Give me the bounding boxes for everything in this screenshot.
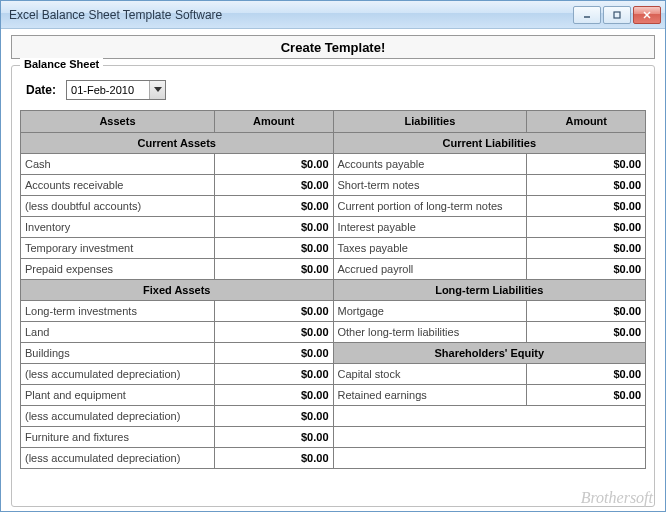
table-row: Cash$0.00 bbox=[21, 153, 333, 174]
row-amount: $0.00 bbox=[527, 153, 646, 174]
row-name: Taxes payable bbox=[334, 237, 527, 258]
row-amount: $0.00 bbox=[214, 321, 333, 342]
column-header: Assets bbox=[21, 111, 214, 132]
section-header: Shareholders' Equity bbox=[334, 342, 646, 363]
table-row: (less doubtful accounts)$0.00 bbox=[21, 195, 333, 216]
row-name: Accounts receivable bbox=[21, 174, 214, 195]
row-name: Current portion of long-term notes bbox=[334, 195, 527, 216]
table-row: Accounts receivable$0.00 bbox=[21, 174, 333, 195]
date-label: Date: bbox=[26, 83, 56, 97]
row-amount: $0.00 bbox=[214, 363, 333, 384]
maximize-icon bbox=[612, 10, 622, 20]
titlebar[interactable]: Excel Balance Sheet Template Software bbox=[1, 1, 665, 29]
date-value: 01-Feb-2010 bbox=[71, 84, 134, 96]
row-amount: $0.00 bbox=[214, 447, 333, 468]
table-row: Prepaid expenses$0.00 bbox=[21, 258, 333, 279]
table-row-empty bbox=[334, 447, 646, 468]
row-name: (less accumulated depreciation) bbox=[21, 447, 214, 468]
row-name: Long-term investments bbox=[21, 300, 214, 321]
client-area: Create Template! Balance Sheet Date: 01-… bbox=[1, 29, 665, 511]
row-name: Mortgage bbox=[334, 300, 527, 321]
section-header: Current Liabilities bbox=[334, 132, 646, 153]
close-button[interactable] bbox=[633, 6, 661, 24]
table-row: Interest payable$0.00 bbox=[334, 216, 646, 237]
table-row: Current portion of long-term notes$0.00 bbox=[334, 195, 646, 216]
table-row: Accounts payable$0.00 bbox=[334, 153, 646, 174]
row-amount: $0.00 bbox=[214, 300, 333, 321]
close-icon bbox=[642, 10, 652, 20]
row-name: Inventory bbox=[21, 216, 214, 237]
row-name: (less accumulated depreciation) bbox=[21, 363, 214, 384]
row-name: Retained earnings bbox=[334, 384, 527, 405]
chevron-down-icon bbox=[149, 81, 165, 99]
row-amount: $0.00 bbox=[527, 174, 646, 195]
svg-marker-4 bbox=[154, 87, 162, 92]
row-amount: $0.00 bbox=[527, 237, 646, 258]
row-name: Buildings bbox=[21, 342, 214, 363]
table-row: Accrued payroll$0.00 bbox=[334, 258, 646, 279]
row-amount: $0.00 bbox=[214, 153, 333, 174]
row-name: Accounts payable bbox=[334, 153, 527, 174]
column-header: Liabilities bbox=[334, 111, 527, 132]
balance-sheet-table: AssetsAmountCurrent AssetsCash$0.00Accou… bbox=[20, 110, 646, 469]
table-row: Taxes payable$0.00 bbox=[334, 237, 646, 258]
row-amount: $0.00 bbox=[527, 300, 646, 321]
date-row: Date: 01-Feb-2010 bbox=[26, 80, 646, 100]
row-amount: $0.00 bbox=[527, 216, 646, 237]
section-header: Current Assets bbox=[21, 132, 333, 153]
row-name: Land bbox=[21, 321, 214, 342]
row-name: Temporary investment bbox=[21, 237, 214, 258]
row-amount: $0.00 bbox=[527, 195, 646, 216]
balance-sheet-group: Balance Sheet Date: 01-Feb-2010 AssetsAm… bbox=[11, 65, 655, 507]
column-header: Amount bbox=[214, 111, 333, 132]
table-row: Land$0.00 bbox=[21, 321, 333, 342]
column-header: Amount bbox=[527, 111, 646, 132]
row-amount: $0.00 bbox=[214, 174, 333, 195]
table-row: Long-term investments$0.00 bbox=[21, 300, 333, 321]
row-name: Prepaid expenses bbox=[21, 258, 214, 279]
table-row: Temporary investment$0.00 bbox=[21, 237, 333, 258]
liabilities-column: LiabilitiesAmountCurrent LiabilitiesAcco… bbox=[334, 111, 647, 469]
table-row: Inventory$0.00 bbox=[21, 216, 333, 237]
table-row: Buildings$0.00 bbox=[21, 342, 333, 363]
row-name: (less accumulated depreciation) bbox=[21, 405, 214, 426]
row-name: Furniture and fixtures bbox=[21, 426, 214, 447]
row-name: Plant and equipment bbox=[21, 384, 214, 405]
table-row-empty bbox=[334, 405, 646, 426]
row-amount: $0.00 bbox=[527, 363, 646, 384]
table-row: (less accumulated depreciation)$0.00 bbox=[21, 363, 333, 384]
section-header: Long-term Liabilities bbox=[334, 279, 646, 300]
maximize-button[interactable] bbox=[603, 6, 631, 24]
svg-rect-1 bbox=[614, 12, 620, 18]
row-amount: $0.00 bbox=[214, 258, 333, 279]
minimize-button[interactable] bbox=[573, 6, 601, 24]
row-name: Short-term notes bbox=[334, 174, 527, 195]
app-window: Excel Balance Sheet Template Software Cr… bbox=[0, 0, 666, 512]
row-amount: $0.00 bbox=[214, 216, 333, 237]
row-amount: $0.00 bbox=[214, 405, 333, 426]
create-template-button[interactable]: Create Template! bbox=[11, 35, 655, 59]
window-controls bbox=[573, 6, 661, 24]
row-name: Capital stock bbox=[334, 363, 527, 384]
row-name: Other long-term liabilities bbox=[334, 321, 527, 342]
table-row: Plant and equipment$0.00 bbox=[21, 384, 333, 405]
row-name: (less doubtful accounts) bbox=[21, 195, 214, 216]
table-row: Other long-term liabilities$0.00 bbox=[334, 321, 646, 342]
table-row: Capital stock$0.00 bbox=[334, 363, 646, 384]
table-row: Furniture and fixtures$0.00 bbox=[21, 426, 333, 447]
table-row: Short-term notes$0.00 bbox=[334, 174, 646, 195]
section-header: Fixed Assets bbox=[21, 279, 333, 300]
table-row: Retained earnings$0.00 bbox=[334, 384, 646, 405]
row-amount: $0.00 bbox=[214, 342, 333, 363]
date-picker[interactable]: 01-Feb-2010 bbox=[66, 80, 166, 100]
row-amount: $0.00 bbox=[214, 195, 333, 216]
row-amount: $0.00 bbox=[214, 384, 333, 405]
table-row: Mortgage$0.00 bbox=[334, 300, 646, 321]
row-name: Cash bbox=[21, 153, 214, 174]
row-name: Accrued payroll bbox=[334, 258, 527, 279]
table-row: (less accumulated depreciation)$0.00 bbox=[21, 447, 333, 468]
row-amount: $0.00 bbox=[527, 321, 646, 342]
minimize-icon bbox=[582, 10, 592, 20]
row-amount: $0.00 bbox=[527, 384, 646, 405]
table-row-empty bbox=[334, 426, 646, 447]
